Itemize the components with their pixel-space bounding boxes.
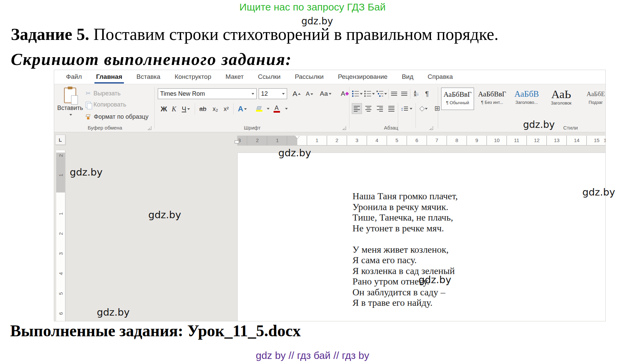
watermark-ribbon: gdz.by	[523, 119, 555, 130]
tab-stop-selector[interactable]: L	[55, 135, 65, 145]
underline-caret[interactable]	[187, 108, 190, 110]
clipboard-sheet	[71, 95, 78, 105]
tab-insert[interactable]: Вставка	[129, 70, 168, 84]
align-right-button[interactable]	[375, 103, 385, 114]
font-size-value: 12	[261, 90, 268, 97]
line-spacing-button[interactable]: ↕	[400, 103, 413, 114]
align-left-button[interactable]	[352, 103, 362, 114]
numbering-icon	[364, 91, 371, 97]
font-color-caret[interactable]	[285, 108, 288, 110]
borders-icon: ⊞	[434, 104, 440, 112]
superscript-button[interactable]: х²	[221, 103, 231, 115]
result-label: Выполненные задания:	[10, 322, 183, 340]
tab-file[interactable]: Файл	[59, 70, 89, 84]
change-case-label: Аа	[320, 90, 328, 97]
tab-references[interactable]: Ссылки	[251, 70, 288, 84]
line-spacing-caret[interactable]	[410, 108, 412, 110]
format-painter-button[interactable]: Формат по образцу	[86, 113, 148, 120]
justify-button[interactable]	[386, 103, 396, 114]
text-effects-button[interactable]: А	[235, 103, 250, 115]
font-color-button[interactable]: А	[270, 103, 283, 115]
watermark-page-mid: gdz.by	[418, 274, 451, 286]
grow-font-button[interactable]: А	[290, 88, 303, 99]
align-right-icon	[377, 106, 383, 112]
text-effects-caret[interactable]	[244, 108, 247, 110]
italic-button[interactable]: К	[170, 103, 178, 115]
bullets-button[interactable]	[352, 89, 363, 98]
shading-caret[interactable]	[425, 108, 428, 110]
bold-button[interactable]: Ж	[159, 103, 169, 115]
style-card-no-spacing[interactable]: АаБбВвГ ¶ Без инт...	[476, 88, 509, 110]
copy-button[interactable]: Копировать	[86, 101, 126, 108]
paste-button[interactable]: Вставить	[57, 87, 83, 121]
style-name: ¶ Без инт...	[476, 100, 509, 105]
decrease-indent-button[interactable]	[390, 89, 398, 98]
watermark-margin-bottom: gdz.by	[97, 306, 130, 318]
v-ruler-number: 5	[58, 290, 63, 295]
numbering-button[interactable]	[364, 89, 375, 98]
style-card-normal[interactable]: АаБбВвГ ¶ Обычный	[441, 88, 474, 110]
numbering-caret[interactable]	[372, 93, 375, 95]
clear-formatting-button[interactable]: А	[338, 88, 351, 99]
v-ruler-number: 6	[58, 310, 63, 315]
poem-line: Я в траве его найду.	[352, 297, 458, 308]
change-case-button[interactable]: Аа	[317, 88, 335, 99]
clipboard-group-label: Буфер обмена	[74, 125, 135, 131]
clipboard-dialog-launcher[interactable]	[148, 126, 151, 130]
multilevel-list-caret[interactable]	[384, 93, 387, 95]
highlight-color-button[interactable]	[252, 103, 266, 115]
first-line-indent-marker[interactable]	[295, 136, 300, 139]
style-name: ¶ Обычный	[441, 100, 474, 105]
task-title-text: Поставим строки стихотворений в правильн…	[89, 25, 499, 44]
left-indent-marker[interactable]	[235, 140, 239, 143]
shading-button[interactable]	[417, 103, 430, 114]
increase-indent-button[interactable]	[400, 89, 409, 98]
tab-view[interactable]: Вид	[395, 70, 421, 84]
underline-button[interactable]: Ч	[179, 103, 193, 115]
h-ruler-number: 15	[594, 137, 600, 143]
document-area: 2 1 1 2 3 4 5 6 Наша Таня громко плачет,…	[54, 146, 605, 321]
show-marks-button[interactable]: ¶	[423, 88, 431, 99]
bullets-caret[interactable]	[360, 93, 363, 95]
font-family-combobox[interactable]: Times New Rom	[158, 88, 257, 99]
style-preview: АаБбЕ	[579, 90, 606, 98]
tab-review[interactable]: Рецензирование	[331, 70, 395, 84]
v-ruler-number: 3	[58, 250, 63, 255]
font-dialog-launcher[interactable]	[342, 126, 346, 130]
poem-line: Тише, Танечка, не плачь,	[352, 212, 458, 223]
multilevel-list-button[interactable]	[376, 89, 387, 98]
h-ruler-number: 14	[574, 137, 580, 143]
tab-design[interactable]: Конструктор	[168, 70, 218, 84]
tab-layout[interactable]: Макет	[218, 70, 251, 84]
document-page[interactable]: Наша Таня громко плачет, Уронила в речку…	[237, 153, 606, 321]
style-card-heading1[interactable]: АаБбВ Заголово...	[510, 88, 543, 110]
h-ruler-number: 11	[514, 137, 519, 143]
h-ruler-number: 7	[435, 137, 438, 143]
highlight-caret[interactable]	[267, 108, 270, 110]
task-title-label: Задание 5.	[11, 25, 89, 44]
sort-button[interactable]: А Я ↓	[411, 88, 422, 99]
subscript-button[interactable]: х₂	[210, 103, 220, 115]
cut-button[interactable]: ✂ Вырезать	[86, 90, 121, 97]
shrink-font-button[interactable]: А	[304, 89, 315, 99]
style-card-title[interactable]: АаЬ Заголовок	[545, 88, 578, 110]
font-family-value: Times New Rom	[160, 90, 205, 97]
paste-dropdown-caret[interactable]	[69, 114, 72, 116]
align-center-button[interactable]	[363, 103, 373, 114]
h-ruler-number: 9	[475, 137, 478, 143]
bold-label: Ж	[161, 105, 167, 113]
tab-mailings[interactable]: Рассылки	[288, 70, 331, 84]
tab-home[interactable]: Главная	[89, 70, 129, 84]
grow-font-label: А	[293, 90, 297, 98]
format-painter-label: Формат по образцу	[94, 113, 148, 120]
paragraph-dialog-launcher[interactable]	[429, 126, 433, 130]
h-ruler-number: 10	[494, 137, 500, 143]
strikethrough-button[interactable]: ab	[197, 103, 209, 115]
style-card-subtitle[interactable]: АаБбЕ Подзаг	[579, 88, 606, 110]
vertical-ruler: 2 1 1 2 3 4 5 6	[56, 150, 65, 321]
tab-help[interactable]: Справка	[421, 70, 460, 84]
h-ruler-number: 3	[355, 137, 358, 143]
italic-label: К	[172, 105, 176, 113]
font-size-combobox[interactable]: 12	[259, 88, 287, 99]
horizontal-ruler: 3 2 1 1 2 3 4 5 6 7 8 9 10 11 12 13 14 1…	[237, 136, 606, 145]
